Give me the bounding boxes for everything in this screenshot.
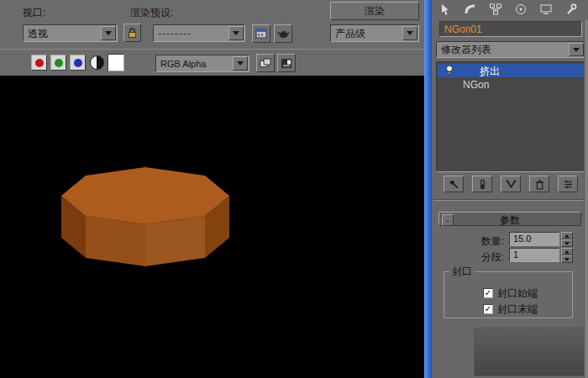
viewport-label: 视口:: [23, 6, 45, 20]
chevron-down-icon[interactable]: [402, 26, 417, 40]
cap-end-row: ✓ 封口末端: [483, 303, 538, 315]
tab-utilities[interactable]: [559, 2, 583, 17]
modify-bend-icon: [464, 3, 477, 16]
quick-render-button[interactable]: [274, 24, 292, 43]
cap-end-checkbox[interactable]: ✓: [483, 304, 493, 314]
utilities-wrench-icon: [564, 3, 578, 16]
modifier-list-value: 修改器列表: [441, 43, 491, 57]
panel-divider: [433, 199, 586, 201]
rollout-title: 参数: [439, 213, 580, 228]
render-setup-button[interactable]: [252, 24, 270, 43]
spinner-up-icon: [564, 250, 570, 254]
hierarchy-icon: [489, 3, 502, 16]
tab-modify[interactable]: [459, 2, 482, 17]
configure-modifier-sets-button[interactable]: [558, 176, 578, 192]
rendered-frame-window: 视口: 透视 渲染预设: --------: [0, 0, 588, 378]
blue-channel-icon: [74, 59, 82, 67]
modifier-stack-list[interactable]: 挤出 NGon: [436, 61, 585, 172]
monochrome-channel-button[interactable]: [90, 55, 104, 70]
render-preset-label: 渲染预设:: [130, 6, 173, 20]
cap-end-label: 封口末端: [497, 302, 538, 317]
modifier-stack-item-label: NGon: [463, 79, 489, 91]
extruded-ngon-object: [0, 76, 424, 378]
pin-stack-button[interactable]: [444, 176, 464, 192]
render-preset-select[interactable]: --------: [153, 24, 245, 42]
render-mode-select[interactable]: 产品级: [330, 24, 419, 42]
amount-label: 数量:: [442, 234, 504, 249]
spinner-down-icon: [564, 242, 570, 245]
render-preset-value: --------: [158, 28, 192, 39]
modifier-enabled-bulb-icon[interactable]: [444, 65, 454, 76]
channel-display-select[interactable]: RGB Alpha: [155, 55, 249, 72]
create-arrow-icon: [438, 3, 452, 16]
make-unique-icon: [506, 179, 517, 190]
check-icon: ✓: [485, 289, 491, 297]
amount-spinner-down[interactable]: [561, 239, 573, 247]
chevron-down-icon[interactable]: [233, 56, 248, 71]
amount-field[interactable]: 15.0: [509, 232, 559, 246]
rendered-image-canvas[interactable]: [0, 76, 424, 378]
cap-group: 封口 ✓ 封口始端 ✓ 封口末端: [444, 265, 573, 318]
viewport-select-value: 透视: [28, 26, 48, 40]
amount-spinner: [561, 232, 572, 246]
render-mode-value: 产品级: [335, 26, 365, 40]
lock-viewport-button[interactable]: [123, 24, 141, 42]
parameters-rollout-header[interactable]: - 参数: [438, 212, 581, 226]
chevron-down-icon[interactable]: [228, 26, 244, 40]
segments-spinner-up[interactable]: [561, 248, 573, 255]
segments-spinner: [561, 248, 572, 262]
tab-display[interactable]: [534, 2, 558, 17]
clone-rendered-frame-button[interactable]: [256, 54, 275, 72]
save-image-icon: [280, 57, 293, 70]
configure-sets-icon: [563, 179, 574, 190]
segments-spinner-down[interactable]: [561, 255, 573, 263]
display-monitor-icon: [539, 3, 553, 16]
amount-spinner-up[interactable]: [561, 232, 573, 239]
teapot-icon: [276, 27, 290, 40]
make-unique-button[interactable]: [501, 176, 521, 192]
panel-accent-strip: [424, 0, 432, 378]
channel-display-value: RGB Alpha: [160, 59, 206, 69]
red-channel-button[interactable]: [31, 55, 47, 71]
blue-channel-button[interactable]: [70, 55, 86, 71]
tab-hierarchy[interactable]: [484, 2, 507, 17]
spinner-down-icon: [564, 258, 570, 261]
lock-icon: [127, 27, 138, 39]
cap-group-title: 封口: [449, 265, 475, 279]
object-name-field[interactable]: NGon01: [439, 21, 582, 37]
viewport-select[interactable]: 透视: [23, 24, 118, 42]
command-panel: NGon01 修改器列表 挤出 NGon: [432, 0, 588, 378]
panel-scrollbar[interactable]: [584, 20, 588, 378]
red-channel-icon: [35, 59, 44, 67]
clear-color-swatch[interactable]: [108, 54, 124, 71]
render-button[interactable]: 渲染: [330, 2, 419, 20]
clone-frames-icon: [259, 57, 272, 70]
modifier-list-select[interactable]: 修改器列表: [436, 41, 585, 58]
green-channel-button[interactable]: [50, 55, 66, 71]
ngon-face-front-left: [86, 216, 145, 266]
segments-field[interactable]: 1: [509, 248, 559, 262]
show-end-result-icon: [477, 179, 488, 190]
tab-motion[interactable]: [509, 2, 533, 17]
save-bitmap-button[interactable]: [277, 54, 296, 72]
remove-modifier-button[interactable]: [529, 176, 549, 192]
show-end-result-button[interactable]: [472, 176, 492, 192]
chevron-down-icon[interactable]: [569, 43, 584, 56]
modifier-stack-item-label: 挤出: [480, 65, 500, 79]
object-name-value: NGon01: [444, 24, 482, 35]
modifier-stack-item-ngon[interactable]: NGon: [438, 78, 584, 92]
segments-value: 1: [513, 249, 518, 260]
render-button-label: 渲染: [365, 4, 385, 18]
ngon-top-face: [61, 167, 229, 224]
pin-stack-icon: [449, 179, 459, 190]
segments-label: 分段:: [442, 250, 504, 265]
chevron-down-icon[interactable]: [101, 26, 116, 40]
modifier-stack-item-extrude[interactable]: 挤出: [438, 64, 584, 77]
amount-value: 15.0: [513, 234, 531, 244]
render-channel-toolbar: RGB Alpha: [0, 49, 424, 76]
tab-create[interactable]: [433, 2, 457, 17]
cap-start-checkbox[interactable]: ✓: [483, 288, 493, 298]
render-setup-icon: [255, 27, 268, 40]
panel-lower-placeholder: [474, 328, 588, 376]
cap-start-label: 封口始端: [497, 286, 538, 301]
